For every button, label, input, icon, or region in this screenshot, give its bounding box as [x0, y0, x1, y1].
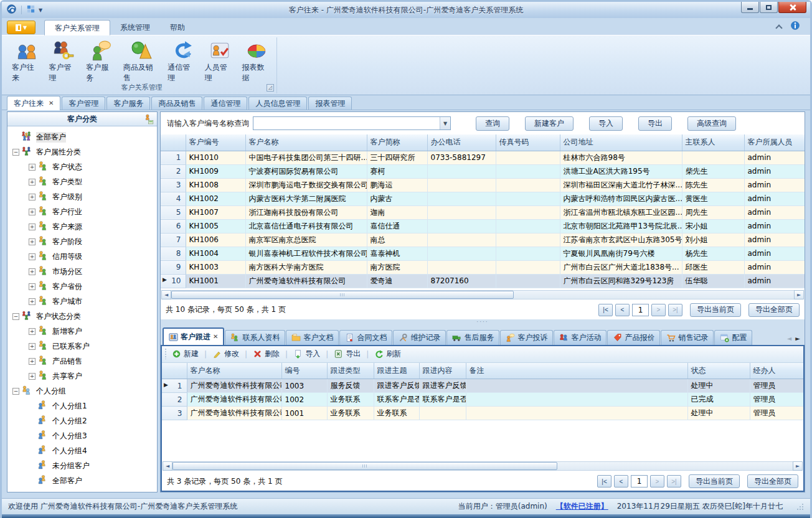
collapse-ribbon-icon[interactable]	[775, 24, 782, 31]
grid-cell[interactable]: KH1005	[186, 219, 245, 233]
tree-item-个人分组2[interactable]: 个人分组2	[7, 413, 157, 428]
ribbon-tab-帮助[interactable]: 帮助	[160, 20, 195, 35]
grid-row[interactable]: 2广州爱奇迪软件科技有限公司1002业务联系联系客户是否...联系客户是否...…	[162, 393, 805, 407]
grid-cell[interactable]: 南方医院	[367, 260, 427, 274]
grid-cell[interactable]: 业务联系	[327, 407, 374, 420]
ribbon-button-商品及销售[interactable]: 商品及销售	[120, 38, 164, 84]
grid-cell[interactable]: admin	[744, 178, 805, 192]
grid-cell[interactable]: 内蒙古呼和浩特市回民区内蒙古医...	[560, 192, 682, 205]
detail-tab-销售记录[interactable]: 销售记录	[661, 330, 714, 346]
grid-cell[interactable]: 柴先生	[682, 164, 744, 178]
tab-scroll-right-icon[interactable]: ►	[795, 335, 800, 342]
tree-item-个人分组[interactable]: −个人分组	[7, 384, 157, 398]
grid-cell[interactable]	[496, 151, 560, 164]
grid-cell[interactable]	[427, 178, 496, 192]
ribbon-tab-客户关系管理[interactable]: 客户关系管理	[44, 20, 110, 35]
grid-cell[interactable]: KH1006	[186, 233, 245, 247]
ribbon-button-客户往来[interactable]: 客户往来	[8, 38, 45, 84]
grid-cell[interactable]	[427, 247, 496, 260]
search-input[interactable]	[253, 117, 440, 130]
column-header-客户编号[interactable]: 客户编号	[186, 134, 245, 151]
grid-row[interactable]: 6KH1005北京嘉信仕通电子科技有限公司嘉信仕通北京市朝阳区北苑路甲13号院北…	[161, 219, 805, 233]
grid-cell[interactable]	[496, 219, 560, 233]
column-header-公司地址[interactable]: 公司地址	[560, 134, 682, 151]
last-page-button[interactable]: >|	[667, 475, 681, 487]
tree-toggle-plus-icon[interactable]: +	[29, 328, 35, 335]
tree-item-个人分组1[interactable]: 个人分组1	[7, 398, 157, 413]
grid-cell[interactable]: KH1001	[186, 274, 245, 288]
app-menu-button[interactable]: ▼	[7, 21, 35, 34]
detail-tab-售后服务[interactable]: 售后服务	[446, 330, 499, 346]
column-header-传真号码[interactable]: 传真号码	[496, 134, 560, 151]
grid-row[interactable]: 1KH1010中国电子科技集团公司第三十四研...三十四研究所0733-5881…	[161, 151, 805, 164]
maximize-button[interactable]	[760, 2, 778, 13]
column-header-跟进内容[interactable]: 跟进内容	[419, 363, 466, 379]
export-current-page-button[interactable]: 导出当前页	[690, 303, 741, 317]
toolbar-button-修改[interactable]: 修改	[211, 349, 240, 359]
tree-item-客户城市[interactable]: +客户城市	[7, 294, 157, 309]
tree-item-共享客户[interactable]: +共享客户	[7, 369, 157, 384]
ribbon-button-客户服务[interactable]: 客户服务	[82, 38, 120, 84]
grid-cell[interactable]	[419, 407, 466, 420]
tree-item-客户属性分类[interactable]: −客户属性分类	[7, 144, 157, 159]
grid-cell[interactable]: 南总	[367, 233, 427, 247]
grid-cell[interactable]	[496, 164, 560, 178]
close-tab-icon[interactable]: ✕	[213, 334, 218, 340]
grid-cell[interactable]: 北京嘉信仕通电子科技有限公司	[245, 219, 367, 233]
grid-cell[interactable]: 跟进客户反馈...	[419, 379, 466, 393]
button-高级查询[interactable]: 高级查询	[687, 116, 736, 131]
column-header-客户名称[interactable]: 客户名称	[187, 363, 281, 379]
combo-dropdown-icon[interactable]: ▼	[440, 117, 450, 130]
grid-cell[interactable]	[496, 247, 560, 260]
detail-grid-hscrollbar[interactable]: ◄ ►	[163, 461, 803, 471]
grid-cell[interactable]: 桂林市六合路98号	[560, 151, 682, 164]
close-button[interactable]	[778, 2, 806, 13]
grid-cell[interactable]: 三十四研究所	[367, 151, 427, 164]
detail-tab-配置[interactable]: 配置	[714, 330, 752, 346]
grid-cell[interactable]: 联系客户是否...	[419, 393, 466, 407]
grid-cell[interactable]	[466, 393, 687, 407]
grid-cell[interactable]: 深圳市福田区深南大道北竹子林深...	[560, 178, 682, 192]
main-grid-hscrollbar[interactable]: ◄ ►	[161, 290, 804, 299]
last-page-button[interactable]: >|	[668, 304, 682, 316]
doc-tab-人员信息管理[interactable]: 人员信息管理	[248, 97, 307, 110]
next-page-button[interactable]: >	[650, 475, 664, 487]
grid-cell[interactable]: 广州爱奇迪软件科技有限公司	[187, 407, 281, 420]
grid-row[interactable]: ▶10KH1001广州爱奇迪软件科技有限公司爱奇迪87207160广州市白云区同…	[161, 274, 805, 288]
tree-toggle-plus-icon[interactable]: +	[29, 164, 35, 171]
grid-cell[interactable]: 宋小姐	[682, 219, 744, 233]
toolbar-button-新建[interactable]: 新建	[171, 349, 200, 359]
grid-cell[interactable]: 广州爱奇迪软件科技有限公司	[187, 393, 281, 407]
license-link[interactable]: 【软件已注册】	[556, 501, 608, 512]
grid-cell[interactable]: 南方医科大学南方医院	[245, 260, 367, 274]
grid-cell[interactable]: 鹏海运	[367, 178, 427, 192]
button-导入[interactable]: 导入	[589, 116, 623, 131]
grid-cell[interactable]: 嘉泰神机	[367, 247, 427, 260]
detail-tab-客户文档[interactable]: 客户文档	[286, 330, 339, 346]
scroll-right-icon[interactable]: ►	[794, 290, 804, 299]
column-header-编号[interactable]: 编号	[281, 363, 327, 379]
grid-cell[interactable]: admin	[744, 260, 805, 274]
grid-cell[interactable]	[427, 219, 496, 233]
grid-cell[interactable]	[496, 233, 560, 247]
ribbon-button-报表数据[interactable]: 报表数据	[238, 38, 275, 84]
detail-tab-客户跟进[interactable]: 客户跟进✕	[163, 327, 224, 346]
grid-cell[interactable]: 宁波赛柯国际贸易有限公司	[245, 164, 367, 178]
dialog-launcher-icon[interactable]: ◿	[267, 84, 274, 92]
column-header-跟进类型[interactable]: 跟进类型	[327, 363, 374, 379]
ribbon-button-人员管理[interactable]: 人员管理	[201, 38, 238, 84]
grid-cell[interactable]: KH1002	[186, 192, 245, 205]
tree-toggle-plus-icon[interactable]: +	[29, 373, 35, 380]
grid-cell[interactable]: 黄医生	[682, 192, 744, 205]
column-header-主联系人[interactable]: 主联系人	[682, 134, 744, 151]
grid-cell[interactable]: 银川嘉泰神机工程软件技术有限公司	[245, 247, 367, 260]
grid-cell[interactable]: KH1008	[186, 178, 245, 192]
tree-toggle-minus-icon[interactable]: −	[12, 149, 19, 156]
tree-item-个人分组3[interactable]: 个人分组3	[7, 428, 157, 443]
grid-row[interactable]: 7KH1006南京军区南京总医院南总江苏省南京市玄武区中山东路305号刘小姐ad…	[161, 233, 805, 247]
grid-cell[interactable]	[427, 260, 496, 274]
grid-cell[interactable]	[427, 205, 496, 219]
grid-cell[interactable]	[427, 233, 496, 247]
grid-cell[interactable]: 南京军区南京总医院	[245, 233, 367, 247]
scrollbar-thumb[interactable]	[172, 462, 557, 470]
